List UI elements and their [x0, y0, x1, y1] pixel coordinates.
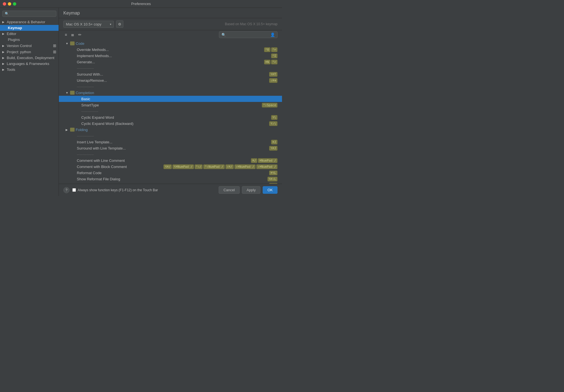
sidebar-item-version-control[interactable]: ▶ Version Control ⊞ — [0, 43, 59, 49]
search-extra-icon: 👤 — [270, 32, 275, 37]
shortcut-badge: ⌘⌥L — [269, 171, 278, 175]
shortcut-badge: ⌘J — [271, 140, 278, 144]
touch-bar-checkbox-row[interactable]: Always show function keys (F1-F12) on th… — [72, 188, 158, 192]
sidebar-item-label: Plugins — [8, 38, 20, 42]
touch-bar-checkbox[interactable] — [72, 188, 76, 192]
tree-item-label: Completion — [76, 91, 278, 95]
keymap-dropdown[interactable]: Mac OS X 10.5+ copy ▾ — [63, 21, 114, 28]
tree-item-smarttype[interactable]: SmartType ⌃⇧Space — [59, 102, 282, 108]
tree-item-auto-indent[interactable]: Auto-Indent Lines ⌃⌥I — [59, 182, 282, 184]
keymap-search-input[interactable] — [227, 33, 269, 37]
toolbar-left: ≡ ≣ ✏ — [63, 32, 83, 38]
tree-item-label: Implement Methods... — [77, 54, 271, 58]
tree-item-label: Auto-Indent Lines — [77, 183, 269, 184]
expand-all-button[interactable]: ≡ — [63, 32, 68, 38]
separator-text: -------------- — [77, 152, 278, 157]
version-control-icon: ⊞ — [53, 43, 56, 48]
shortcut-badge: ⌃⇧/ — [195, 164, 203, 169]
ok-button[interactable]: OK — [263, 186, 278, 194]
shortcut-badge: ⇧⌘/ — [225, 164, 234, 169]
keymap-tree: ▼ Code Override Methods... ⌃O ⌃↩ Impleme… — [59, 39, 282, 184]
bottom-bar: ? Always show function keys (F1-F12) on … — [59, 184, 282, 196]
sidebar-item-tools[interactable]: ▶ Tools — [0, 67, 59, 73]
tree-folder-code[interactable]: ▼ Code — [59, 40, 282, 46]
title-bar: Preferences — [0, 0, 282, 8]
shortcut-badge: ⌃↩ — [271, 60, 278, 64]
shortcut-badges: ⌘J — [271, 140, 278, 144]
tree-separator-3: -------------- — [59, 108, 282, 114]
tree-item-unwrap-remove[interactable]: Unwrap/Remove... ⇧⌘⌫ — [59, 77, 282, 83]
tree-separator-4: -------------- — [59, 133, 282, 139]
gear-button[interactable]: ⚙ — [116, 20, 123, 28]
tree-item-comment-block[interactable]: Comment with Block Comment ⌥⌘/ ⌥⌘NumPad … — [59, 164, 282, 170]
project-python-icon: ⊞ — [53, 50, 56, 54]
keymap-info-text: Based on Mac OS X 10.5+ keymap — [225, 22, 278, 26]
tree-item-label: Cyclic Expand Word — [81, 115, 271, 120]
shortcut-badge: ⌥⌘T — [269, 72, 278, 77]
sidebar-item-build-execution[interactable]: ▶ Build, Execution, Deployment — [0, 55, 59, 61]
maximize-button[interactable] — [13, 2, 16, 6]
tree-item-generate[interactable]: Generate... ⌘N ⌃↩ — [59, 59, 282, 65]
tree-item-surround-with[interactable]: Surround With... ⌥⌘T — [59, 71, 282, 77]
shortcut-badge: ⌃I — [271, 53, 278, 58]
window-controls[interactable] — [3, 2, 16, 6]
cancel-button[interactable]: Cancel — [219, 186, 239, 194]
sidebar-item-label: Appearance & Behavior — [7, 20, 45, 24]
sidebar-search-input[interactable] — [10, 12, 54, 16]
tree-item-label: Unwrap/Remove... — [77, 78, 269, 83]
tree-item-comment-line[interactable]: Comment with Line Comment ⌘/ ⌘NumPad / — [59, 157, 282, 164]
separator-text: -------------- — [77, 66, 278, 70]
tree-item-label: Basic — [81, 97, 278, 101]
tree-item-cyclic-expand[interactable]: Cyclic Expand Word ⌥\ — [59, 114, 282, 120]
tree-item-show-reformat[interactable]: Show Reformat File Dialog ⌥⌘⇧L — [59, 176, 282, 182]
close-button[interactable] — [3, 2, 6, 6]
sidebar-item-languages-frameworks[interactable]: ▶ Languages & Frameworks — [0, 61, 59, 67]
collapse-all-button[interactable]: ≣ — [70, 32, 76, 38]
tree-item-basic[interactable]: Basic — [59, 96, 282, 102]
sidebar-item-label: Languages & Frameworks — [7, 62, 49, 66]
search-icon: 🔍 — [221, 33, 226, 37]
tree-separator-5: -------------- — [59, 151, 282, 157]
shortcut-badges: ⌃O ⌃↩ — [264, 47, 278, 52]
shortcut-badge: ⌘NumPad / — [258, 158, 278, 163]
tree-item-cyclic-expand-back[interactable]: Cyclic Expand Word (Backward) ⌥⇧\ — [59, 120, 282, 127]
tree-item-insert-live-template[interactable]: Insert Live Template... ⌘J — [59, 139, 282, 145]
tree-item-reformat-code[interactable]: Reformat Code ⌘⌥L — [59, 170, 282, 176]
sidebar-item-appearance-behavior[interactable]: ▶ Appearance & Behavior — [0, 19, 59, 25]
tree-item-implement-methods[interactable]: Implement Methods... ⌃I — [59, 53, 282, 59]
edit-shortcut-button[interactable]: ✏ — [77, 32, 83, 38]
separator-text: -------------- — [77, 85, 278, 89]
chevron-down-icon: ▾ — [110, 23, 111, 26]
tree-folder-folding[interactable]: ▶ Folding — [59, 127, 282, 133]
sidebar-item-label: Build, Execution, Deployment — [7, 56, 54, 60]
folder-icon — [70, 41, 75, 45]
shortcut-badges: ⌥⌘/ ⌥⌘NumPad / ⌃⇧/ ⌃⇧NumPad / ⇧⌘/ ⇧⌘NumP… — [163, 164, 278, 169]
shortcut-badge: ⌥⌘/ — [163, 164, 172, 169]
shortcut-badge: ⌃⇧Space — [262, 103, 278, 108]
tree-item-label: SmartType — [81, 103, 262, 107]
sidebar-search-box[interactable]: 🔍 — [2, 11, 56, 17]
tree-item-label: Surround with Live Template... — [77, 146, 269, 150]
apply-button[interactable]: Apply — [242, 186, 261, 194]
shortcut-badge: ⌥⇧\ — [269, 121, 278, 126]
search-right-box[interactable]: 🔍 👤 — [219, 31, 278, 38]
shortcut-badge: ⌃O — [264, 47, 271, 52]
sidebar-item-editor[interactable]: ▶ Editor — [0, 31, 59, 37]
shortcut-badge: ⌘/ — [251, 158, 257, 163]
tree-folder-completion[interactable]: ▼ Completion — [59, 90, 282, 96]
sidebar-item-plugins[interactable]: Plugins — [0, 37, 59, 43]
sidebar-item-project-python[interactable]: ▶ Project: python ⊞ — [0, 49, 59, 55]
sidebar-search-icon: 🔍 — [5, 12, 9, 16]
tree-item-label: Generate... — [77, 60, 264, 64]
tree-item-override-methods[interactable]: Override Methods... ⌃O ⌃↩ — [59, 46, 282, 53]
shortcut-badges: ⌥\ — [271, 115, 278, 120]
sidebar-item-keymap[interactable]: Keymap — [0, 25, 59, 31]
tree-item-surround-live-template[interactable]: Surround with Live Template... ⌥⌘J — [59, 145, 282, 151]
folder-icon — [70, 128, 75, 132]
help-button[interactable]: ? — [63, 187, 70, 193]
shortcut-badges: ⌥⌘T — [269, 72, 278, 77]
minimize-button[interactable] — [8, 2, 11, 6]
shortcut-badge: ⌥\ — [271, 115, 278, 120]
shortcut-badges: ⌘N ⌃↩ — [264, 60, 278, 64]
expand-arrow-icon: ▶ — [2, 68, 6, 71]
